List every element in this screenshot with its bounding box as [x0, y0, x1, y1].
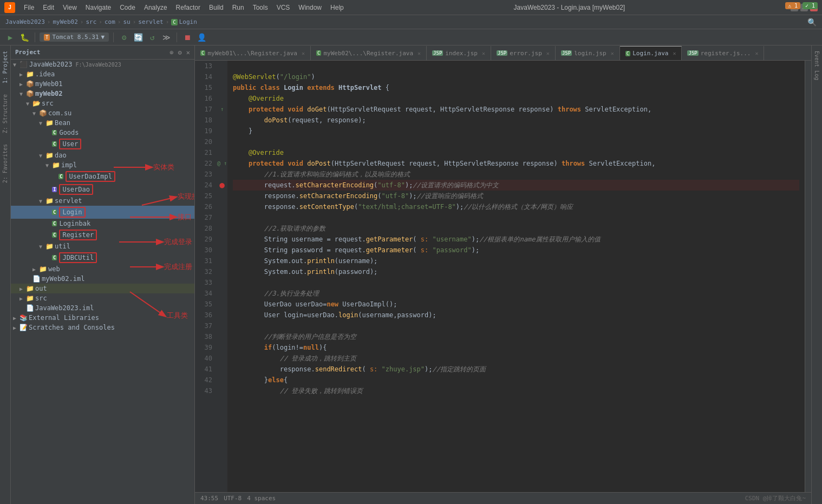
sidebar-icon-close[interactable]: ✕ [186, 49, 190, 56]
app-icon: J [4, 2, 15, 13]
menu-run[interactable]: Run [228, 3, 249, 12]
tree-impl[interactable]: ▼ 📁 impl [11, 160, 194, 170]
tree-src[interactable]: ▼ 📂 src [11, 99, 194, 108]
tree-javaweb2023iml[interactable]: ▶ 📄 JavaWeb2023.iml [11, 303, 194, 313]
breadcrumb-com[interactable]: com [105, 18, 115, 25]
menu-code[interactable]: Code [115, 3, 140, 12]
scrollbar[interactable] [805, 61, 811, 492]
menu-view[interactable]: View [58, 3, 81, 12]
tab-structure[interactable]: Z: Structure [2, 94, 8, 133]
breadcrumb-src[interactable]: src [86, 18, 96, 25]
line-number: 32 [195, 266, 217, 277]
interface-icon: I [52, 187, 57, 192]
gutter-cell [217, 256, 227, 266]
tab-close[interactable]: ✕ [482, 50, 485, 56]
tree-util[interactable]: ▼ 📁 util [11, 241, 194, 251]
breadcrumb-myweb02[interactable]: myWeb02 [53, 18, 77, 25]
breakpoint-dot[interactable]: ● [219, 181, 225, 189]
tab-index-jsp[interactable]: JSP index.jsp ✕ [427, 46, 491, 60]
tree-extlibs[interactable]: ▶ 📚 External Libraries [11, 313, 194, 323]
sidebar-icon-settings[interactable]: ⚙ [178, 49, 182, 56]
line-number: 21 [195, 147, 217, 158]
tab-myweb01-register[interactable]: C myWeb01\...\Register.java ✕ [195, 46, 311, 60]
tree-label: myWeb01 [35, 80, 63, 88]
toolbar-run-button[interactable]: ▶ [4, 31, 16, 43]
code-line-41: response.sendRedirect( s: "zhuye.jsp");/… [233, 364, 799, 375]
menu-file[interactable]: File [19, 3, 38, 12]
tree-scratches[interactable]: ▶ 📝 Scratches and Consoles [11, 323, 194, 332]
tree-myweb02iml[interactable]: ▶ 📄 myWeb02.iml [11, 274, 194, 284]
tree-dao[interactable]: ▼ 📁 dao [11, 150, 194, 160]
toolbar-profile-button[interactable]: 👤 [195, 31, 207, 43]
tab-event-log[interactable]: Event Log [814, 51, 820, 80]
menu-help[interactable]: Help [326, 3, 348, 12]
tree-out[interactable]: ▶ 📁 out [11, 284, 194, 293]
tab-close[interactable]: ✕ [546, 50, 550, 56]
tree-myweb01[interactable]: ▶ 📦 myWeb01 [11, 79, 194, 89]
toolbar: ▶ 🐛 T Tomcat 8.5.31 ▼ ⚙ 🔄 ↺ ≫ ⏹ 👤 [0, 29, 822, 45]
error-indicator: ⚠ 1 ✓ 1 [781, 0, 822, 11]
tab-login-jsp[interactable]: JSP login.jsp ✕ [556, 46, 620, 60]
project-tree: ▼ ⬛ JavaWeb2023 F:\JavaWeb2023 ▶ 📁 .idea… [11, 60, 194, 504]
tab-login-java[interactable]: C Login.java ✕ [620, 46, 682, 60]
menu-refactor[interactable]: Refactor [172, 3, 205, 12]
tree-web[interactable]: ▶ 📁 web [11, 264, 194, 274]
tab-close[interactable]: ✕ [755, 50, 758, 56]
breadcrumb-servlet[interactable]: servlet [138, 18, 163, 25]
tree-src2[interactable]: ▶ 📁 src [11, 293, 194, 303]
gutter-cell [217, 169, 227, 180]
toolbar-update-button[interactable]: ↺ [146, 31, 158, 43]
tree-com-su[interactable]: ▼ 📦 com.su [11, 108, 194, 118]
menu-tools[interactable]: Tools [249, 3, 272, 12]
tree-myweb02[interactable]: ▼ 📦 myWeb02 [11, 89, 194, 99]
tree-login[interactable]: ▶ C Login [11, 206, 194, 219]
menu-navigate[interactable]: Navigate [81, 3, 115, 12]
tab-error-jsp[interactable]: JSP error.jsp ✕ [491, 46, 556, 60]
tree-user[interactable]: ▶ C User [11, 138, 194, 150]
menu-vcs[interactable]: VCS [272, 3, 295, 12]
tree-jdbcutil[interactable]: ▶ C JDBCUtil [11, 251, 194, 264]
tab-register-jsp[interactable]: JSP register.js... ✕ [682, 46, 764, 60]
tomcat-selector[interactable]: T Tomcat 8.5.31 ▼ [40, 32, 109, 42]
menu-build[interactable]: Build [205, 3, 228, 12]
tab-favorites[interactable]: 2: Favorites [2, 144, 8, 183]
tree-register[interactable]: ▶ C Register [11, 228, 194, 241]
tree-label: com.su [48, 109, 71, 117]
menu-window[interactable]: Window [294, 3, 326, 12]
toolbar-build-button[interactable]: ⚙ [118, 31, 130, 43]
tree-arrow: ▼ [39, 120, 45, 126]
tree-goods[interactable]: ▶ C Goods [11, 128, 194, 138]
code-editor[interactable]: @WebServlet("/login") public class Login… [227, 61, 805, 492]
toolbar-stop-button[interactable]: ⏹ [181, 31, 193, 43]
tab-close[interactable]: ✕ [417, 50, 421, 56]
menu-analyze[interactable]: Analyze [140, 3, 172, 12]
warning-badge: ⚠ 1 [785, 2, 800, 9]
breadcrumb-login[interactable]: Login [179, 18, 197, 25]
toolbar-more-button[interactable]: ≫ [160, 31, 172, 43]
tree-idea[interactable]: ▶ 📁 .idea [11, 69, 194, 79]
sidebar-icon-add[interactable]: ⊕ [169, 49, 173, 56]
line-number: 30 [195, 245, 217, 256]
toolbar-sep2 [113, 32, 114, 42]
breadcrumb-su[interactable]: su [123, 18, 130, 25]
tree-javaweb2023[interactable]: ▼ ⬛ JavaWeb2023 F:\JavaWeb2023 [11, 60, 194, 69]
tree-userdaoimpl[interactable]: ▶ C UserDaoImpl [11, 170, 194, 183]
tree-userdao[interactable]: ▶ I UserDao [11, 183, 194, 196]
tab-myweb02-register[interactable]: C myWeb02\...\Register.java ✕ [311, 46, 427, 60]
search-icon[interactable]: 🔍 [807, 18, 817, 27]
folder-icon: 📁 [45, 243, 54, 250]
toolbar-sync-button[interactable]: 🔄 [132, 31, 144, 43]
menu-edit[interactable]: Edit [38, 3, 58, 12]
toolbar-debug-button[interactable]: 🐛 [18, 31, 30, 43]
gutter-cell [217, 385, 227, 396]
tab-close[interactable]: ✕ [673, 50, 676, 56]
tree-servlet[interactable]: ▼ 📁 servlet [11, 196, 194, 206]
breadcrumb-javaweb[interactable]: JavaWeb2023 [5, 18, 45, 25]
tab-close[interactable]: ✕ [302, 50, 305, 56]
gutter-cell: @ ↑ [217, 158, 227, 169]
tree-loginbak[interactable]: ▶ C Loginbak [11, 219, 194, 228]
tab-project[interactable]: 1: Project [2, 51, 8, 83]
tree-bean[interactable]: ▼ 📁 Bean [11, 118, 194, 128]
tab-close[interactable]: ✕ [611, 50, 614, 56]
line-number: 29 [195, 234, 217, 245]
